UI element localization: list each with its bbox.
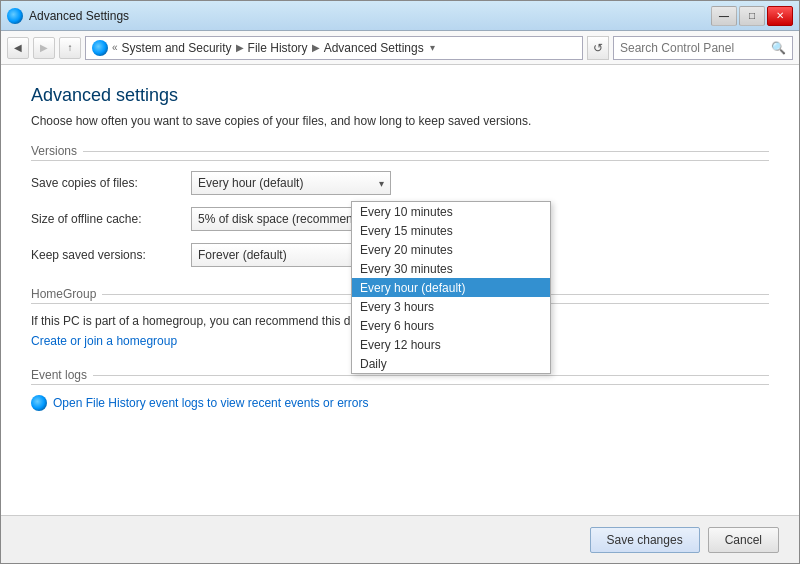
breadcrumb-segment1[interactable]: System and Security [122, 41, 232, 55]
size-cache-value: 5% of disk space (recommended) [198, 212, 377, 226]
arrow-1: ▶ [236, 42, 244, 53]
event-log-icon [31, 395, 47, 411]
dropdown-item-1[interactable]: Every 15 minutes [352, 221, 550, 240]
content-area: Advanced settings Choose how often you w… [1, 65, 799, 515]
versions-section: Versions Save copies of files: Every hou… [31, 144, 769, 267]
main-window: Advanced Settings ─ □ ✕ ◀ ▶ ↑ « System a… [0, 0, 800, 564]
title-bar-left: Advanced Settings [7, 8, 129, 24]
search-box[interactable]: 🔍 [613, 36, 793, 60]
window-icon [7, 8, 23, 24]
minimize-button[interactable]: ─ [711, 6, 737, 26]
save-copies-label: Save copies of files: [31, 176, 191, 190]
dropdown-item-0[interactable]: Every 10 minutes [352, 202, 550, 221]
save-copies-row: Save copies of files: Every hour (defaul… [31, 171, 769, 195]
arrow-2: ▶ [312, 42, 320, 53]
versions-header: Versions [31, 144, 769, 161]
window-controls: ─ □ ✕ [711, 6, 793, 26]
refresh-button[interactable]: ↺ [587, 36, 609, 60]
size-cache-label: Size of offline cache: [31, 212, 191, 226]
breadcrumb-segment2[interactable]: File History [248, 41, 308, 55]
save-copies-dropdown: Every 10 minutesEvery 15 minutesEvery 20… [351, 201, 551, 374]
keep-versions-value: Forever (default) [198, 248, 287, 262]
search-icon[interactable]: 🔍 [771, 41, 786, 55]
footer: Save changes Cancel [1, 515, 799, 563]
page-subtitle: Choose how often you want to save copies… [31, 114, 769, 128]
close-button[interactable]: ✕ [767, 6, 793, 26]
save-copies-value: Every hour (default) [198, 176, 303, 190]
dropdown-item-5[interactable]: Every 3 hours [352, 297, 550, 316]
page-title: Advanced settings [31, 85, 769, 106]
event-log-row: Open File History event logs to view rec… [31, 395, 769, 411]
address-bar: ◀ ▶ ↑ « System and Security ▶ File Histo… [1, 31, 799, 65]
search-input[interactable] [620, 41, 771, 55]
chevron-down-icon[interactable]: ▾ [430, 42, 435, 53]
event-log-link[interactable]: Open File History event logs to view rec… [53, 396, 368, 410]
keep-versions-label: Keep saved versions: [31, 248, 191, 262]
dropdown-item-4[interactable]: Every hour (default) [352, 278, 550, 297]
eventlogs-section: Event logs Open File History event logs … [31, 368, 769, 411]
save-button[interactable]: Save changes [590, 527, 700, 553]
up-button[interactable]: ↑ [59, 37, 81, 59]
address-box[interactable]: « System and Security ▶ File History ▶ A… [85, 36, 583, 60]
select-arrow-icon: ▾ [379, 178, 384, 189]
breadcrumb-segment3[interactable]: Advanced Settings [324, 41, 424, 55]
cancel-button[interactable]: Cancel [708, 527, 779, 553]
dropdown-item-3[interactable]: Every 30 minutes [352, 259, 550, 278]
forward-button[interactable]: ▶ [33, 37, 55, 59]
window-title: Advanced Settings [29, 9, 129, 23]
address-icon [92, 40, 108, 56]
save-copies-control: Every hour (default) ▾ Every 10 minutesE… [191, 171, 391, 195]
title-bar: Advanced Settings ─ □ ✕ [1, 1, 799, 31]
breadcrumb-separator-1: « [112, 42, 118, 53]
back-button[interactable]: ◀ [7, 37, 29, 59]
dropdown-item-6[interactable]: Every 6 hours [352, 316, 550, 335]
save-copies-select[interactable]: Every hour (default) ▾ [191, 171, 391, 195]
dropdown-item-8[interactable]: Daily [352, 354, 550, 373]
homegroup-link[interactable]: Create or join a homegroup [31, 334, 177, 348]
dropdown-item-2[interactable]: Every 20 minutes [352, 240, 550, 259]
dropdown-item-7[interactable]: Every 12 hours [352, 335, 550, 354]
maximize-button[interactable]: □ [739, 6, 765, 26]
